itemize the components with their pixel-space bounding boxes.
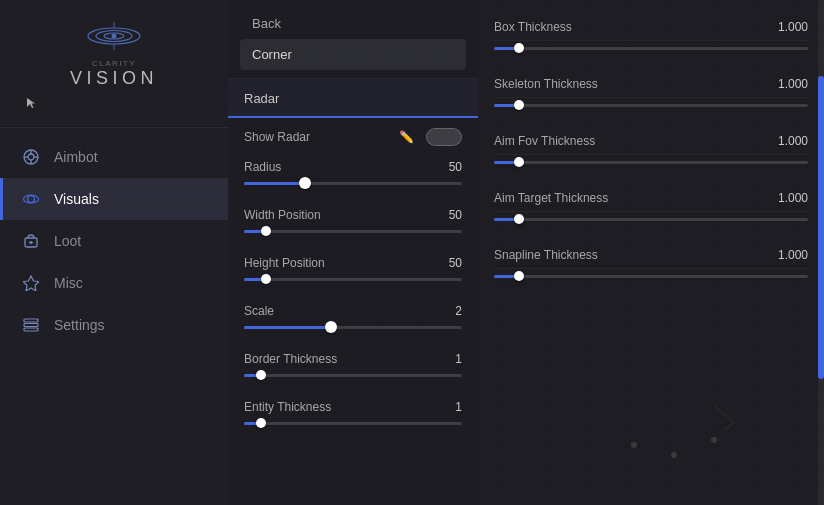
- sidebar-item-label: Settings: [54, 317, 105, 333]
- snapline-thickness-label: Snapline Thickness: [494, 248, 772, 262]
- logo-area: CLARITY VISION: [0, 0, 228, 128]
- width-position-control: Width Position 50: [228, 198, 478, 246]
- skeleton-thickness-block: Skeleton Thickness 1.000: [494, 69, 808, 122]
- radius-control: Radius 50: [228, 150, 478, 198]
- radar-section: Radar Show Radar ✏️ Radius 50: [228, 79, 478, 505]
- entity-thickness-control: Entity Thickness 1: [228, 390, 478, 438]
- sidebar-item-visuals[interactable]: Visuals: [0, 178, 228, 220]
- cursor-icon: [26, 97, 36, 109]
- sidebar-item-label: Aimbot: [54, 149, 98, 165]
- radius-thumb[interactable]: [299, 177, 311, 189]
- app-subtitle: CLARITY: [92, 59, 136, 68]
- sidebar-item-label: Misc: [54, 275, 83, 291]
- box-thickness-block: Box Thickness 1.000: [494, 12, 808, 65]
- border-thickness-thumb[interactable]: [256, 370, 266, 380]
- sidebar-item-misc[interactable]: Misc: [0, 262, 228, 304]
- scale-label: Scale: [244, 304, 274, 318]
- right-panel: Box Thickness 1.000 Skeleton Thickness: [478, 0, 824, 505]
- loot-icon: [22, 232, 40, 250]
- radius-value: 50: [449, 160, 462, 174]
- aim-fov-thickness-slider[interactable]: [494, 157, 808, 173]
- sidebar-item-label: Loot: [54, 233, 81, 249]
- entity-thickness-value: 1: [455, 400, 462, 414]
- snapline-thickness-block: Snapline Thickness 1.000: [494, 240, 808, 293]
- sidebar: CLARITY VISION Aimbot: [0, 0, 228, 505]
- radius-slider[interactable]: [244, 178, 462, 194]
- width-position-value: 50: [449, 208, 462, 222]
- border-thickness-slider[interactable]: [244, 370, 462, 386]
- sidebar-item-loot[interactable]: Loot: [0, 220, 228, 262]
- svg-rect-19: [24, 319, 38, 322]
- snapline-thickness-slider[interactable]: [494, 271, 808, 287]
- height-position-track: [244, 278, 462, 281]
- svg-point-14: [24, 195, 39, 203]
- height-position-slider[interactable]: [244, 274, 462, 290]
- show-radar-control: Show Radar ✏️: [228, 118, 478, 150]
- sidebar-item-settings[interactable]: Settings: [0, 304, 228, 346]
- scale-track: [244, 326, 462, 329]
- right-scrollbar[interactable]: [818, 0, 824, 505]
- snapline-thickness-value: 1.000: [772, 248, 808, 262]
- svg-rect-20: [24, 324, 38, 327]
- entity-thickness-thumb[interactable]: [256, 418, 266, 428]
- width-position-thumb[interactable]: [261, 226, 271, 236]
- scale-slider[interactable]: [244, 322, 462, 338]
- svg-line-26: [724, 423, 734, 430]
- right-scrollbar-thumb[interactable]: [818, 76, 824, 379]
- box-thickness-slider[interactable]: [494, 43, 808, 59]
- svg-marker-6: [27, 98, 35, 108]
- box-thickness-label: Box Thickness: [494, 20, 772, 34]
- sidebar-item-aimbot[interactable]: Aimbot: [0, 136, 228, 178]
- radius-fill: [244, 182, 305, 185]
- aim-target-thickness-block: Aim Target Thickness 1.000: [494, 183, 808, 236]
- dropdown-item-back[interactable]: Back: [240, 8, 466, 39]
- border-thickness-control: Border Thickness 1: [228, 342, 478, 390]
- height-position-label: Height Position: [244, 256, 325, 270]
- border-thickness-value: 1: [455, 352, 462, 366]
- skeleton-thickness-label: Skeleton Thickness: [494, 77, 772, 91]
- svg-point-24: [711, 437, 717, 443]
- width-position-slider[interactable]: [244, 226, 462, 242]
- dropdown-item-corner[interactable]: Corner: [240, 39, 466, 70]
- app-name: VISION: [70, 68, 158, 89]
- height-position-control: Height Position 50: [228, 246, 478, 294]
- width-position-track: [244, 230, 462, 233]
- left-panel: Back Corner Radar Show Radar ✏️ Radius: [228, 0, 478, 505]
- main-content: Back Corner Radar Show Radar ✏️ Radius: [228, 0, 824, 505]
- svg-point-8: [28, 154, 34, 160]
- aim-target-thickness-value: 1.000: [772, 191, 808, 205]
- width-position-label: Width Position: [244, 208, 321, 222]
- radar-visualization: [624, 375, 764, 475]
- radar-section-header: Radar: [228, 79, 478, 118]
- aimbot-icon: [22, 148, 40, 166]
- skeleton-thickness-slider[interactable]: [494, 100, 808, 116]
- svg-point-23: [671, 452, 677, 458]
- border-thickness-track: [244, 374, 462, 377]
- visuals-icon: [22, 190, 40, 208]
- scale-value: 2: [455, 304, 462, 318]
- height-position-thumb[interactable]: [261, 274, 271, 284]
- radius-track: [244, 182, 462, 185]
- skeleton-thickness-value: 1.000: [772, 77, 808, 91]
- scale-thumb[interactable]: [325, 321, 337, 333]
- svg-rect-21: [24, 328, 38, 331]
- settings-icon: [22, 316, 40, 334]
- app-logo-icon: [86, 18, 142, 54]
- show-radar-label: Show Radar: [244, 130, 310, 144]
- aim-fov-thickness-block: Aim Fov Thickness 1.000: [494, 126, 808, 179]
- show-radar-toggle[interactable]: [426, 128, 462, 146]
- radius-label: Radius: [244, 160, 281, 174]
- border-thickness-label: Border Thickness: [244, 352, 337, 366]
- svg-point-13: [28, 196, 35, 203]
- entity-thickness-track: [244, 422, 462, 425]
- pencil-icon: ✏️: [399, 130, 414, 144]
- scale-fill: [244, 326, 331, 329]
- entity-thickness-slider[interactable]: [244, 418, 462, 434]
- svg-line-25: [714, 405, 734, 423]
- sidebar-item-label: Visuals: [54, 191, 99, 207]
- aim-target-thickness-slider[interactable]: [494, 214, 808, 230]
- dropdown-section: Back Corner: [228, 0, 478, 79]
- svg-marker-18: [23, 276, 39, 291]
- aim-fov-thickness-label: Aim Fov Thickness: [494, 134, 772, 148]
- misc-icon: [22, 274, 40, 292]
